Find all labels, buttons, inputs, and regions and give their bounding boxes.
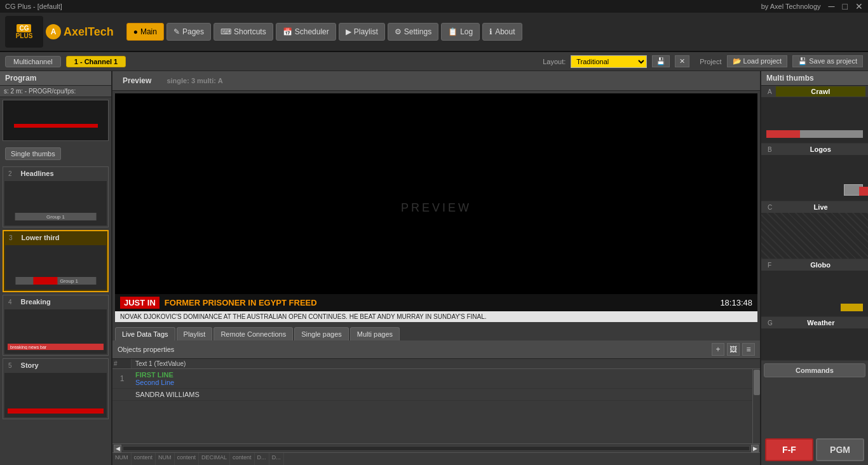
scroll-left-button[interactable]: ◀ [114,445,121,452]
pages-button[interactable]: ✎ Pages [166,23,211,41]
row-content: SANDRA WILLIAMS [132,389,752,400]
shortcuts-button[interactable]: ⌨ Shortcuts [214,23,273,41]
thumb-item-headlines[interactable]: 2 Headlines Group 1 [3,166,109,227]
multi-thumbs-header: Multi thumbs [761,71,868,86]
progress-bar [14,124,98,128]
thumb-section-live: C Live [761,201,868,259]
col-header-content1: content [132,453,156,465]
thumb-bar: Group 1 [15,277,96,285]
right-panel: Multi thumbs A Crawl B Logos [760,71,868,465]
preview-area: PREVIEW JUST IN FORMER PRISONER IN EGYPT… [112,91,760,465]
tab-multi-pages[interactable]: Multi pages [350,327,400,340]
toolbar: CG PLUS A AxelTech ● Main ✎ Pages ⌨ Shor… [0,13,868,52]
scroll-spacer [752,359,760,368]
scheduler-button[interactable]: 📅 Scheduler [276,23,336,41]
preview-status: single: 3 multi: A [166,77,222,84]
thumb-item-lower-third[interactable]: 3 Lower third Group 1 [3,230,109,292]
thumb-number: 5 [6,361,15,370]
multichannel-button[interactable]: Multichannel [5,56,61,67]
scrollbar-thumb[interactable] [754,370,760,395]
pgm-button[interactable]: PGM [816,438,864,461]
about-button[interactable]: ℹ About [482,23,522,41]
row-num: 1 [112,369,132,388]
section-title-globo: Globo [775,260,865,270]
table-body: 1 FIRST LINE Second Line SANDRA WILLIAMS [112,369,760,443]
log-icon: 📋 [448,27,458,36]
tab-playlist[interactable]: Playlist [177,327,213,340]
thumbs-list: 2 Headlines Group 1 3 Lower third Group … [0,164,111,465]
restore-btn[interactable]: □ [843,1,848,11]
data-table: # Text 1 (TextValue) 1 FIRST LINE Second… [112,359,760,465]
minimize-btn[interactable]: ─ [829,1,835,11]
col-header-content2: content [175,453,200,465]
shortcuts-icon: ⌨ [220,27,231,36]
app-title: CG Plus - [default] [5,3,62,10]
company-brand: AxelTech [64,25,114,39]
live-preview [761,213,868,259]
preview-title-text: PREVIEW [401,201,471,215]
save-project-button[interactable]: 💾 Save as project [792,55,863,67]
vertical-scrollbar[interactable] [752,369,760,443]
thumb-bar-red [33,277,57,285]
add-row-button[interactable]: + [712,343,724,356]
crawl-preview [761,97,868,143]
ticker-text: NOVAK DJOKOVIC'S DOMINANCE AT THE AUSTRA… [115,311,757,322]
tab-live-data-tags[interactable]: Live Data Tags [115,327,175,340]
log-button[interactable]: 📋 Log [441,23,480,41]
logos-corner [859,187,868,196]
section-letter-g: G [764,318,776,328]
tab-remote-connections[interactable]: Remote Connections [214,327,293,340]
obj-props-label: Objects properties [118,346,174,353]
program-status: s: 2 m: - PROGR/cpu/fps: [0,86,111,97]
weather-preview [761,328,868,360]
load-project-button[interactable]: 📂 Load project [727,55,788,67]
single-thumbs-button[interactable]: Single thumbs [5,147,61,160]
thumb-preview-story [4,373,107,417]
commands-button[interactable]: Commands [764,363,865,377]
table-rows: 1 FIRST LINE Second Line SANDRA WILLIAMS [112,369,752,443]
image-button[interactable]: 🖼 [727,343,740,356]
thumb-item-breaking[interactable]: 4 Breaking breaking news bar [3,295,109,356]
headline-text: FORMER PRISONER IN EGYPT FREED [165,298,715,307]
obj-props-icons: + 🖼 ≡ [712,343,755,356]
playlist-button[interactable]: ▶ Playlist [339,23,385,41]
thumb-preview-lower-third: Group 1 [5,245,106,290]
main-button[interactable]: ● Main [126,23,164,41]
preview-screen: PREVIEW JUST IN FORMER PRISONER IN EGYPT… [115,93,757,322]
layout-dropdown[interactable]: Traditional [571,55,647,68]
menu-button[interactable]: ≡ [742,343,755,356]
col-header-content3: content [230,453,255,465]
settings-button[interactable]: ⚙ Settings [388,23,438,41]
col-header-text: Text 1 (TextValue) [132,359,752,368]
data-line1: FIRST LINE [135,371,749,379]
title-bar: CG Plus - [default] by Axel Technology ─… [0,0,868,13]
main-content: Program s: 2 m: - PROGR/cpu/fps: Single … [0,71,868,465]
section-title-logos: Logos [776,144,865,154]
tab-single-pages[interactable]: Single pages [294,327,349,340]
thumb-preview-headlines: Group 1 [4,181,107,226]
thumb-section-crawl: A Crawl [761,86,868,144]
col-header-num2: NUM [156,453,175,465]
close-btn[interactable]: ✕ [855,1,863,11]
table-header-row: # Text 1 (TextValue) [112,359,760,369]
lt-top-row: JUST IN FORMER PRISONER IN EGYPT FREED 1… [115,294,757,311]
scroll-right-button[interactable]: ▶ [751,445,759,452]
thumb-number: 2 [6,169,15,179]
thumb-title-story: Story [17,360,43,370]
thumb-item-story[interactable]: 5 Story [3,358,109,419]
col-header-num: # [112,359,132,368]
layout-save-button[interactable]: 💾 [652,55,670,67]
thumb-preview-breaking: breaking news bar [4,309,107,354]
scroll-track[interactable] [123,446,750,451]
table-row[interactable]: SANDRA WILLIAMS [112,389,752,401]
ff-button[interactable]: F-F [765,438,813,461]
save-icon: 💾 [798,57,807,65]
scheduler-icon: 📅 [283,27,292,36]
thumb-section-weather: G Weather [761,317,868,361]
lower-third-overlay: JUST IN FORMER PRISONER IN EGYPT FREED 1… [115,294,757,322]
layout-close-button[interactable]: ✕ [675,55,689,67]
channel-select-button[interactable]: 1 - Channel 1 [66,56,126,67]
section-letter-a: A [764,87,776,97]
table-row[interactable]: 1 FIRST LINE Second Line [112,369,752,389]
just-in-badge: JUST IN [120,297,159,309]
